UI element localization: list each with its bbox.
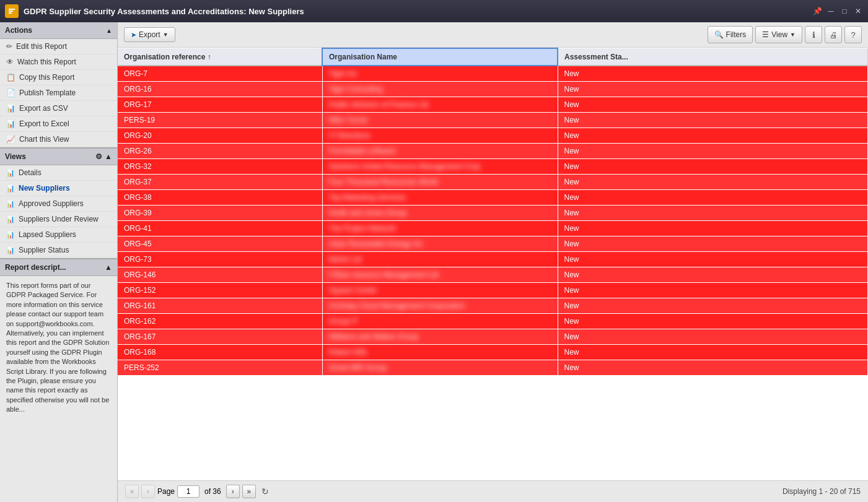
table-row[interactable]: ORG-162Group ITNew [118, 314, 868, 329]
help-button[interactable]: ? [844, 26, 862, 43]
table-row[interactable]: ORG-26Formidable softwareNew [118, 144, 868, 159]
sidebar-item-copy-report[interactable]: 📋 Copy this Report [0, 70, 117, 85]
org-ref-cell: PERS-19 [118, 113, 322, 128]
titlebar: GDPR Supplier Security Assessments and A… [0, 0, 868, 22]
assessment-status-cell: New [558, 252, 868, 267]
org-name-cell: Tiger Consulting [322, 82, 558, 97]
close-button[interactable]: ✕ [853, 6, 863, 16]
first-page-button[interactable]: « [125, 485, 139, 498]
sidebar-item-chart-view[interactable]: 📈 Chart this View [0, 132, 117, 147]
sidebar-item-export-excel[interactable]: 📊 Export to Excel [0, 116, 117, 132]
view-button[interactable]: ☰ View ▼ [755, 26, 802, 43]
filters-label: Filters [726, 30, 747, 39]
chart-icon: 📈 [6, 135, 15, 144]
info-button[interactable]: ℹ [805, 26, 822, 43]
gear-icon[interactable]: ⚙ [95, 152, 102, 161]
publish-icon: 📄 [6, 89, 15, 97]
col-org-name[interactable]: Organisation Name [322, 48, 558, 66]
table-row[interactable]: ORG-167Williams and Walton GroupNew [118, 329, 868, 345]
details-chart-icon: 📊 [6, 169, 15, 177]
table-row[interactable]: ORG-41The Project NetworkNew [118, 221, 868, 236]
last-page-button[interactable]: » [242, 485, 256, 498]
org-ref-cell: ORG-152 [118, 283, 322, 298]
minimize-button[interactable]: ─ [826, 6, 836, 16]
table-row[interactable]: ORG-39Smith and Jones GroupNew [118, 206, 868, 221]
maximize-button[interactable]: □ [840, 6, 849, 16]
table-row[interactable]: ORG-16Tiger ConsultingNew [118, 82, 868, 97]
view-item-approved-suppliers[interactable]: 📊 Approved Suppliers [0, 196, 117, 212]
csv-icon: 📊 [6, 104, 15, 113]
actions-label: Actions [5, 26, 32, 35]
views-section-header[interactable]: Views ⚙ ▲ [0, 147, 117, 165]
table-row[interactable]: ORG-38Top Marketing ServicesNew [118, 190, 868, 206]
view-label: View [771, 30, 787, 39]
assessment-status-cell: New [558, 175, 868, 190]
org-ref-cell: ORG-161 [118, 298, 322, 314]
org-ref-cell: ORG-7 [118, 66, 322, 82]
sidebar-item-watch-report[interactable]: 👁 Watch this Report [0, 54, 117, 70]
table-row[interactable]: ORG-161Archway Cloud Management Corporat… [118, 298, 868, 314]
table-row[interactable]: ORG-146If Blue resource Management LtdNe… [118, 267, 868, 283]
col-assessment-status[interactable]: Assessment Sta... [558, 48, 868, 66]
actions-chevron-icon: ▲ [106, 27, 112, 34]
org-ref-cell: ORG-26 [118, 144, 322, 159]
table-row[interactable]: PERS-19Mike TurnerNew [118, 113, 868, 128]
table-row[interactable]: ORG-152Square CenterNew [118, 283, 868, 298]
print-button[interactable]: 🖨 [825, 26, 842, 43]
table-row[interactable]: ORG-32Solutions United Resource Manageme… [118, 159, 868, 175]
pagination-controls: « ‹ Page of 36 › » ↻ [125, 485, 272, 498]
refresh-button[interactable]: ↻ [258, 485, 272, 498]
toolbar-right: 🔍 Filters ☰ View ▼ ℹ 🖨 ? [708, 26, 862, 43]
view-icon: ☰ [762, 30, 769, 39]
org-name-cell: Martin Ltd [322, 252, 558, 267]
table-row[interactable]: ORG-17Public Advisors of Finance LtdNew [118, 97, 868, 113]
view-item-new-suppliers[interactable]: 📊 New Suppliers [0, 181, 117, 196]
lapsed-chart-icon: 📊 [6, 231, 15, 239]
view-item-supplier-status[interactable]: 📊 Supplier Status [0, 243, 117, 258]
status-chart-icon: 📊 [6, 246, 15, 254]
table-row[interactable]: ORG-168Robert HillsNew [118, 345, 868, 360]
view-item-details-label: Details [19, 168, 42, 177]
next-page-button[interactable]: › [226, 485, 240, 498]
view-item-lapsed-label: Lapsed Suppliers [19, 230, 76, 239]
view-item-suppliers-under-review[interactable]: 📊 Suppliers Under Review [0, 212, 117, 227]
assessment-status-cell: New [558, 329, 868, 345]
org-ref-cell: ORG-16 [118, 82, 322, 97]
table-row[interactable]: ORG-37Four Thousand Resources WorldNew [118, 175, 868, 190]
org-ref-cell: ORG-39 [118, 206, 322, 221]
sidebar-item-publish-template[interactable]: 📄 Publish Template [0, 85, 117, 101]
view-item-approved-label: Approved Suppliers [19, 199, 84, 208]
pin-button[interactable]: 📌 [812, 6, 822, 16]
view-item-details[interactable]: 📊 Details [0, 165, 117, 181]
sidebar-item-csv-label: Export as CSV [19, 104, 68, 113]
copy-icon: 📋 [6, 73, 15, 82]
org-name-cell: Square Center [322, 283, 558, 298]
report-desc-section-header[interactable]: Report descript... ▲ [0, 258, 117, 276]
col-org-ref[interactable]: Organisation reference ↑ [118, 48, 322, 66]
export-button[interactable]: ➤ Export ▼ [124, 27, 175, 42]
prev-page-button[interactable]: ‹ [141, 485, 155, 498]
table-row[interactable]: ORG-7Tiger IncNew [118, 66, 868, 82]
page-number-input[interactable] [177, 485, 199, 498]
main-layout: Actions ▲ ✏ Edit this Report 👁 Watch thi… [0, 22, 868, 502]
org-name-cell: Archway Cloud Management Corporation [322, 298, 558, 314]
views-controls: ⚙ ▲ [95, 152, 112, 161]
sidebar-item-watch-label: Watch this Report [17, 58, 76, 66]
new-suppliers-chart-icon: 📊 [6, 184, 15, 193]
table-row[interactable]: ORG-73Martin LtdNew [118, 252, 868, 267]
eye-icon: 👁 [6, 58, 14, 66]
assessment-status-cell: New [558, 314, 868, 329]
table-row[interactable]: ORG-20IT DirectionsNew [118, 128, 868, 144]
filters-button[interactable]: 🔍 Filters [708, 26, 753, 43]
sidebar-item-edit-report[interactable]: ✏ Edit this Report [0, 39, 117, 54]
page-of-label: of 36 [204, 487, 221, 496]
table-row[interactable]: PERS-252Smart MRI GroupNew [118, 360, 868, 376]
sidebar-item-chart-label: Chart this View [19, 135, 69, 144]
actions-section-header[interactable]: Actions ▲ [0, 22, 117, 39]
data-table: Organisation reference ↑ Organisation Na… [118, 48, 868, 376]
assessment-status-cell: New [558, 66, 868, 82]
sidebar-item-export-csv[interactable]: 📊 Export as CSV [0, 101, 117, 116]
view-item-lapsed-suppliers[interactable]: 📊 Lapsed Suppliers [0, 227, 117, 243]
table-row[interactable]: ORG-45Solar Renewable Energy IncNew [118, 236, 868, 252]
assessment-status-cell: New [558, 298, 868, 314]
